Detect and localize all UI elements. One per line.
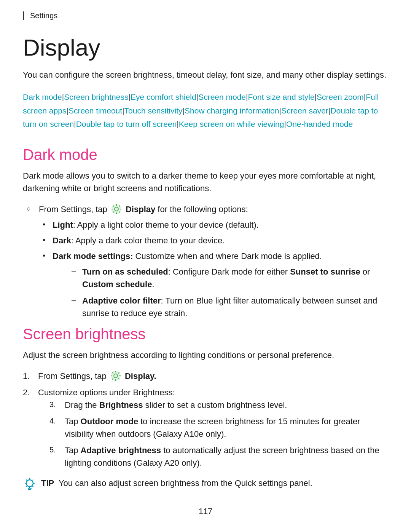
page: Settings Display You can configure the s… [0, 0, 411, 532]
nav-link-eye-comfort[interactable]: Eye comfort shield [131, 93, 196, 101]
settings-icon-dark [111, 204, 122, 214]
section-screen-brightness: Screen brightness Adjust the screen brig… [23, 326, 388, 491]
display-label-brightness: Display. [125, 371, 156, 381]
display-label-dark: Display [126, 204, 155, 214]
svg-point-20 [26, 480, 33, 487]
brightness-adaptive: Tap Adaptive brightness to automatically… [49, 444, 388, 469]
svg-line-29 [33, 480, 33, 481]
svg-line-31 [33, 486, 33, 487]
brightness-sub-list: Drag the Brightness slider to set a cust… [49, 399, 388, 469]
settings-header: Settings [23, 11, 388, 20]
nav-links: Dark mode|Screen brightness|Eye comfort … [23, 90, 388, 131]
dark-mode-circle-item: From Settings, tap [27, 203, 388, 320]
nav-link-screen-timeout[interactable]: Screen timeout [68, 106, 122, 115]
section-dark-mode-title: Dark mode [23, 146, 388, 163]
brightness-drag: Drag the Brightness slider to set a cust… [49, 399, 388, 411]
tip-label: TIP [41, 478, 54, 488]
nav-link-dark-mode[interactable]: Dark mode [23, 93, 62, 101]
page-title: Display [23, 34, 388, 61]
dark-mode-sub-list: Light: Apply a light color theme to your… [39, 219, 388, 320]
tip-box: TIP You can also adjust screen brightnes… [23, 477, 388, 491]
nav-link-show-charging[interactable]: Show charging information [185, 106, 279, 115]
page-number: 117 [23, 506, 388, 516]
dark-mode-light-item: Light: Apply a light color theme to your… [39, 219, 388, 231]
nav-link-screen-saver[interactable]: Screen saver [281, 106, 328, 115]
dark-mode-dash-scheduled: Turn on as scheduled: Configure Dark mod… [72, 265, 388, 291]
dark-mode-circle-list: From Settings, tap [27, 203, 388, 320]
section-brightness-desc: Adjust the screen brightness according t… [23, 349, 388, 361]
nav-link-double-tap-off[interactable]: Double tap to turn off screen [76, 120, 177, 128]
brightness-outdoor: Tap Outdoor mode to increase the screen … [49, 415, 388, 440]
nav-link-screen-brightness[interactable]: Screen brightness [64, 93, 128, 101]
nav-link-screen-zoom[interactable]: Screen zoom [317, 93, 364, 101]
brightness-step-2: Customize options under Brightness: Drag… [23, 386, 388, 469]
brightness-numbered-list: From Settings, tap Display [23, 370, 388, 469]
settings-label: Settings [30, 11, 57, 20]
nav-link-font-size[interactable]: Font size and style [248, 93, 315, 101]
nav-link-one-handed[interactable]: One-handed mode [286, 120, 353, 128]
dark-mode-dark-item: Dark: Apply a dark color theme to your d… [39, 234, 388, 247]
section-dark-mode-desc: Dark mode allows you to switch to a dark… [23, 169, 388, 195]
svg-line-28 [26, 480, 27, 481]
settings-icon-brightness [110, 371, 121, 381]
intro-text: You can configure the screen brightness,… [23, 69, 388, 81]
nav-link-touch-sensitivity[interactable]: Touch sensitivity [124, 106, 183, 115]
section-brightness-title: Screen brightness [23, 326, 388, 343]
section-dark-mode: Dark mode Dark mode allows you to switch… [23, 146, 388, 320]
svg-line-30 [26, 486, 27, 487]
tip-content: You can also adjust screen brightness fr… [59, 478, 312, 488]
nav-link-keep-screen[interactable]: Keep screen on while viewing [179, 120, 284, 128]
nav-link-screen-mode[interactable]: Screen mode [198, 93, 246, 101]
dark-mode-dash-list: Turn on as scheduled: Configure Dark mod… [72, 265, 388, 320]
dark-mode-settings-item: Dark mode settings: Customize when and w… [39, 250, 388, 320]
tip-icon [23, 478, 37, 491]
brightness-step-1: From Settings, tap Display [23, 370, 388, 382]
dark-mode-dash-adaptive: Adaptive color filter: Turn on Blue ligh… [72, 294, 388, 320]
tip-text: TIP You can also adjust screen brightnes… [41, 477, 312, 489]
